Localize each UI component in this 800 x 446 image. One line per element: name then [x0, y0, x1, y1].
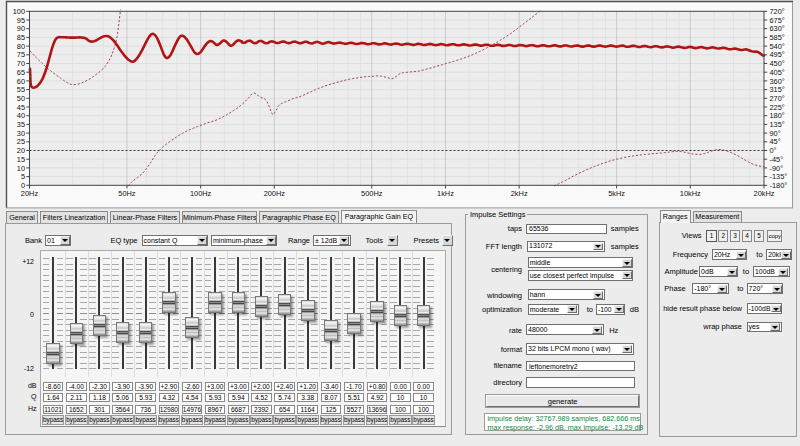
svg-text:25: 25	[17, 137, 25, 146]
svg-text:5kHz: 5kHz	[608, 189, 625, 198]
svg-text:225°: 225°	[770, 103, 785, 112]
svg-text:315°: 315°	[770, 85, 785, 94]
svg-text:180°: 180°	[770, 111, 785, 120]
svg-text:360°: 360°	[770, 77, 785, 86]
svg-text:90: 90	[17, 24, 25, 33]
svg-text:10: 10	[17, 164, 25, 173]
svg-text:585°: 585°	[770, 33, 785, 42]
svg-text:100: 100	[13, 7, 25, 16]
svg-text:675°: 675°	[770, 16, 785, 25]
svg-text:135°: 135°	[770, 120, 785, 129]
svg-text:20Hz: 20Hz	[21, 189, 39, 198]
svg-text:50Hz: 50Hz	[118, 189, 136, 198]
svg-text:5: 5	[21, 172, 25, 181]
svg-text:-135°: -135°	[770, 172, 788, 181]
svg-text:35: 35	[17, 120, 25, 129]
svg-text:75: 75	[17, 50, 25, 59]
svg-text:65: 65	[17, 68, 25, 77]
svg-text:20kHz: 20kHz	[754, 189, 775, 198]
svg-text:1kHz: 1kHz	[437, 189, 454, 198]
svg-text:405°: 405°	[770, 68, 785, 77]
svg-text:10kHz: 10kHz	[680, 189, 701, 198]
svg-text:270°: 270°	[770, 94, 785, 103]
svg-text:45°: 45°	[770, 137, 781, 146]
svg-text:630°: 630°	[770, 24, 785, 33]
svg-text:100Hz: 100Hz	[190, 189, 212, 198]
svg-text:50: 50	[17, 94, 25, 103]
svg-text:-90°: -90°	[770, 164, 784, 173]
svg-text:15: 15	[17, 155, 25, 164]
svg-text:95: 95	[17, 16, 25, 25]
svg-text:45: 45	[17, 103, 25, 112]
svg-text:-45°: -45°	[770, 155, 784, 164]
svg-text:55: 55	[17, 85, 25, 94]
svg-text:0°: 0°	[770, 146, 777, 155]
svg-text:85: 85	[17, 33, 25, 42]
svg-text:40: 40	[17, 111, 25, 120]
svg-text:450°: 450°	[770, 59, 785, 68]
svg-text:500Hz: 500Hz	[361, 189, 383, 198]
svg-text:80: 80	[17, 42, 25, 51]
svg-text:200Hz: 200Hz	[264, 189, 286, 198]
svg-text:30: 30	[17, 129, 25, 138]
svg-text:20: 20	[17, 146, 25, 155]
svg-text:540°: 540°	[770, 42, 785, 51]
svg-text:2kHz: 2kHz	[511, 189, 528, 198]
svg-text:70: 70	[17, 59, 25, 68]
svg-text:60: 60	[17, 77, 25, 86]
svg-text:90°: 90°	[770, 129, 781, 138]
svg-text:720°: 720°	[770, 7, 785, 16]
svg-text:495°: 495°	[770, 50, 785, 59]
